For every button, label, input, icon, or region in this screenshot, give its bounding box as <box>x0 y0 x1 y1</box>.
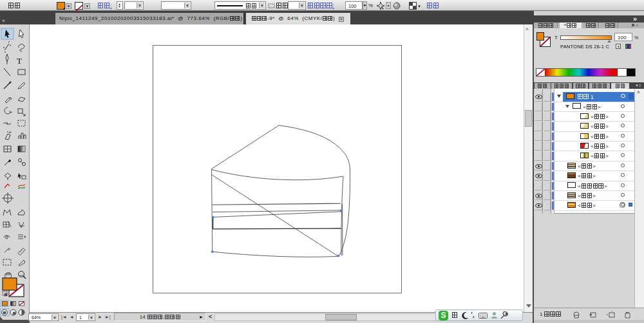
svg-text:T: T <box>17 56 22 66</box>
